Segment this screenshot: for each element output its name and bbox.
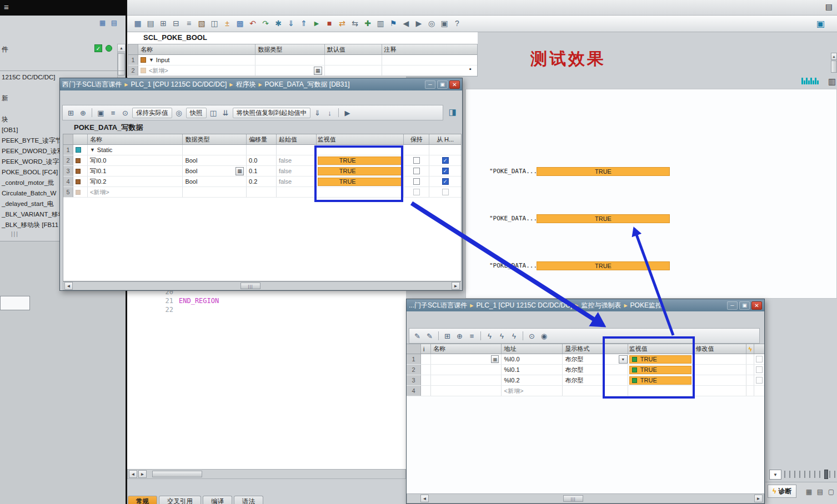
watch-table-row[interactable]: 4<新增>	[407, 386, 764, 396]
print-icon[interactable]: ▤	[145, 18, 156, 29]
monitor-value[interactable]: TRUE	[537, 261, 670, 270]
scrollbar-thumb[interactable]	[152, 471, 202, 477]
datatype-cell[interactable]: Bool	[183, 177, 247, 187]
startvalue-cell[interactable]: false	[277, 155, 317, 165]
startvalue-cell[interactable]: false	[277, 166, 317, 176]
split-editor-icon[interactable]: ▥	[375, 18, 386, 29]
breadcrumb-segment[interactable]: POKE监控	[630, 301, 662, 310]
datatype-cell[interactable]: Bool	[183, 155, 247, 165]
watch-table-row[interactable]: 2%I0.1布尔型TRUE	[407, 365, 764, 375]
minimize-button[interactable]: ─	[727, 301, 738, 310]
go-online-icon[interactable]: ⇄	[337, 18, 348, 29]
stop-cpu-icon[interactable]: ■	[324, 18, 335, 29]
flag-icon[interactable]: ⚑	[388, 18, 399, 29]
details-icon[interactable]: ▤	[109, 18, 119, 27]
scroll-left-icon[interactable]: ◄	[420, 495, 429, 502]
breadcrumb-segment[interactable]: POKE_DATA_写数据 [DB31]	[265, 80, 350, 89]
display-format-cell[interactable]: 布尔型	[563, 365, 628, 375]
modify-value-cell[interactable]	[693, 365, 746, 375]
task-card-icon[interactable]: ▣	[816, 18, 825, 29]
forward-icon[interactable]: ▶	[413, 18, 424, 29]
modify-all-icon[interactable]: ϟ	[484, 331, 495, 341]
collapse-icon[interactable]: ⊕	[454, 331, 465, 341]
col-name[interactable]: 名称	[431, 344, 502, 354]
from-hmi-checkbox[interactable]: ✓	[442, 157, 449, 164]
modify-once-icon[interactable]: ϟ	[497, 331, 507, 341]
col-from-hmi[interactable]: 从 H...	[429, 134, 461, 144]
zoom-slider-thumb[interactable]	[824, 470, 828, 479]
overview-icon[interactable]: ▦	[98, 18, 107, 27]
monitor-value[interactable]: TRUE	[537, 214, 670, 223]
more-commands-icon[interactable]: ▶	[342, 108, 353, 118]
modify-checkbox[interactable]	[756, 377, 763, 384]
offset-cell[interactable]	[247, 145, 277, 155]
bottom-tab-0[interactable]: 常规	[128, 496, 157, 504]
window-icon[interactable]: ▣	[439, 18, 450, 29]
watch-table-row[interactable]: 3%I0.2布尔型TRUE	[407, 375, 764, 386]
watch-table-row[interactable]: 1▦%I0.0布尔型▼TRUE	[407, 354, 764, 365]
startvalue-cell[interactable]: false	[277, 177, 317, 187]
modify-checkbox[interactable]	[756, 366, 763, 373]
rows-view-icon[interactable]: ▤	[815, 487, 825, 496]
startvalue-cell[interactable]	[277, 145, 317, 155]
address-cell[interactable]: %I0.1	[502, 365, 563, 375]
datatype-cell[interactable]: Bool▦	[183, 166, 247, 176]
db-table-row[interactable]: 4写I0.2Bool0.2falseTRUE✓	[63, 177, 461, 187]
reset-start-values-icon[interactable]: ▣	[96, 108, 106, 118]
col-comment[interactable]: 注释	[382, 44, 477, 54]
breadcrumb-segment[interactable]: 监控与强制表	[581, 301, 621, 310]
monitor-value[interactable]: TRUE	[629, 376, 692, 385]
monitor-all-icon[interactable]: ⊙	[527, 331, 537, 341]
retain-checkbox[interactable]	[413, 178, 420, 185]
load-start-values-icon[interactable]: ⇓	[312, 108, 323, 118]
col-monitor-value[interactable]: 监视值	[628, 344, 694, 354]
expand-all-icon[interactable]: ≡	[108, 108, 118, 118]
col-name[interactable]: 名称	[88, 134, 183, 144]
address-cell[interactable]: %I0.2	[502, 375, 563, 385]
monitor-value[interactable]: TRUE	[537, 167, 670, 176]
monitor-value[interactable]: TRUE	[629, 355, 692, 364]
bottom-tab-3[interactable]: 语法	[234, 496, 263, 504]
scroll-up-icon[interactable]: ▲	[831, 53, 837, 60]
watch-window-titlebar[interactable]: ...门子SCL语言课件▶PLC_1 [CPU 1215C DC/DC/DC]▶…	[407, 299, 764, 311]
monitor-value[interactable]: TRUE	[318, 157, 403, 165]
col-modify-value[interactable]: 修改值	[693, 344, 746, 354]
compare-icon[interactable]: ◫	[209, 18, 220, 29]
bottom-tab-2[interactable]: 编译	[203, 496, 232, 504]
restore-button[interactable]: ▣	[437, 80, 448, 89]
back-icon[interactable]: ◀	[400, 18, 412, 29]
scroll-right-icon[interactable]: ►	[452, 282, 460, 290]
insert-row-icon[interactable]: ✎	[412, 331, 423, 341]
editor-layout-icon[interactable]: ▥	[828, 77, 836, 87]
db-table-row[interactable]: 5<新增>	[63, 187, 461, 198]
freeze-icon[interactable]: ◎	[174, 108, 184, 118]
offset-cell[interactable]: 0.0	[247, 155, 277, 165]
offset-cell[interactable]	[247, 187, 277, 197]
close-button[interactable]: ✕	[751, 301, 762, 310]
insert-row-icon[interactable]: ⊞	[66, 108, 76, 118]
window-layout-icon[interactable]: ▤	[825, 2, 833, 11]
monitor-once-icon[interactable]: ◉	[539, 331, 549, 341]
db-table-row[interactable]: 3写I0.1Bool▦0.1falseTRUE✓	[63, 166, 461, 177]
col-address[interactable]: 地址	[502, 344, 563, 354]
undo-icon[interactable]: ↶	[247, 18, 258, 29]
address-cell[interactable]: %I0.0	[502, 354, 563, 364]
restore-button[interactable]: ▣	[739, 301, 750, 310]
scroll-left-icon[interactable]: ◄	[129, 470, 137, 478]
insert-row-icon[interactable]: ⊞	[158, 18, 169, 29]
delete-row-icon[interactable]: ⊟	[171, 18, 182, 29]
db-table-row[interactable]: 1▼Static	[63, 145, 461, 155]
expand-icon[interactable]: ⊞	[442, 331, 453, 341]
monitor-value[interactable]: TRUE	[318, 178, 403, 186]
col-monitorvalue[interactable]: 监视值	[317, 134, 404, 144]
db-table-row[interactable]: 2写I0.0Bool0.0falseTRUE✓	[63, 155, 461, 166]
bottom-tab-1[interactable]: 交叉引用	[159, 496, 201, 504]
address-cell[interactable]: <新增>	[502, 386, 563, 396]
modify-checkbox[interactable]	[756, 356, 763, 362]
col-startvalue[interactable]: 起始值	[277, 134, 317, 144]
snapshot-icon[interactable]: ◫	[208, 108, 219, 118]
redo-icon[interactable]: ↷	[260, 18, 271, 29]
add-row-icon[interactable]: ⊕	[78, 108, 88, 118]
scroll-left-icon[interactable]: ◄	[64, 282, 73, 290]
from-hmi-checkbox[interactable]: ✓	[442, 178, 449, 185]
